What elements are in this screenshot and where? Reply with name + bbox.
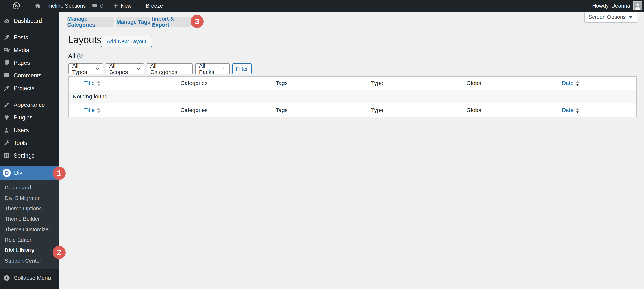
sidebar-item-label: Tools bbox=[14, 140, 27, 146]
sliders-icon bbox=[3, 152, 10, 159]
column-footer-tags: Tags bbox=[272, 107, 368, 113]
comment-bubble-icon bbox=[92, 3, 98, 9]
submenu-item-label: Theme Options bbox=[5, 205, 42, 212]
sidebar-item-appearance[interactable]: Appearance bbox=[0, 99, 60, 111]
column-footer-title[interactable]: Title bbox=[81, 107, 177, 113]
select-all-checkbox[interactable] bbox=[73, 80, 74, 86]
column-header-title[interactable]: Title bbox=[81, 80, 177, 86]
plus-icon bbox=[113, 3, 118, 9]
submenu-item-theme-customizer[interactable]: Theme Customizer bbox=[0, 224, 60, 235]
home-icon bbox=[35, 3, 41, 9]
admin-menu: Dashboard Posts bbox=[0, 12, 60, 283]
submenu-item-divi-library[interactable]: Divi Library bbox=[0, 245, 60, 255]
sidebar-item-media[interactable]: Media bbox=[0, 44, 60, 57]
submenu-item-label: Theme Builder bbox=[5, 216, 40, 222]
comments-icon bbox=[3, 72, 10, 79]
new-content-menu[interactable]: New bbox=[113, 0, 132, 12]
empty-state-row: Nothing found bbox=[68, 90, 636, 103]
breeze-label: Breeze bbox=[146, 3, 163, 9]
sidebar-item-settings[interactable]: Settings bbox=[0, 149, 60, 162]
sidebar-item-label: Pages bbox=[14, 60, 30, 66]
comments-count: 0 bbox=[100, 3, 103, 9]
scopes-dropdown[interactable]: All Scopes bbox=[106, 63, 144, 75]
submenu-item-label: Divi 5 Migrator bbox=[5, 195, 40, 201]
menu-separator bbox=[0, 27, 60, 31]
sidebar-item-posts[interactable]: Posts bbox=[0, 31, 60, 44]
sidebar-item-tools[interactable]: Tools bbox=[0, 137, 60, 149]
site-name-menu[interactable]: Timeline Sections bbox=[35, 0, 86, 12]
import-export-button[interactable]: Import & Export bbox=[152, 17, 191, 27]
column-header-global: Global bbox=[463, 80, 558, 86]
wordpress-admin-screen: W Timeline Sections 0 bbox=[0, 0, 644, 289]
submenu-item-theme-options[interactable]: Theme Options bbox=[0, 203, 60, 214]
collapse-menu-label: Collapse Menu bbox=[14, 275, 51, 281]
sidebar-item-users[interactable]: Users bbox=[0, 124, 60, 137]
admin-bar-right: Howdy, Deanna bbox=[592, 1, 644, 10]
paintbrush-icon bbox=[3, 102, 10, 108]
divi-logo-icon: D bbox=[2, 169, 11, 177]
column-footer-date[interactable]: Date bbox=[558, 107, 636, 113]
submenu-item-label: Role Editor bbox=[5, 237, 31, 243]
divi-submenu: Dashboard Divi 5 Migrator Theme Options … bbox=[0, 180, 60, 269]
submenu-item-divi-5-migrator[interactable]: Divi 5 Migrator bbox=[0, 193, 60, 203]
comments-menu[interactable]: 0 bbox=[92, 0, 103, 12]
manage-tags-button[interactable]: Manage Tags bbox=[116, 17, 151, 27]
plug-icon bbox=[3, 114, 10, 121]
person-icon bbox=[3, 127, 10, 134]
sidebar-item-projects[interactable]: Projects bbox=[0, 82, 60, 95]
empty-state-message: Nothing found bbox=[73, 93, 108, 100]
wp-logo-letter: W bbox=[14, 4, 19, 8]
select-all-checkbox[interactable] bbox=[73, 107, 74, 114]
categories-dropdown[interactable]: All Categories bbox=[146, 63, 192, 75]
screen-options-label: Screen Options bbox=[588, 14, 626, 20]
categories-dropdown-value: All Categories bbox=[150, 63, 182, 75]
chevron-down-icon bbox=[95, 67, 100, 71]
table-header-row: Title Categories Tags Type Global Date bbox=[68, 77, 636, 90]
submenu-item-dashboard[interactable]: Dashboard bbox=[0, 182, 60, 193]
sidebar-item-plugins[interactable]: Plugins bbox=[0, 111, 60, 124]
avatar[interactable] bbox=[633, 1, 642, 10]
submenu-item-label: Divi Library bbox=[5, 247, 34, 253]
sidebar-item-comments[interactable]: Comments bbox=[0, 69, 60, 82]
sidebar-item-label: Plugins bbox=[14, 114, 33, 121]
screen-options-tab[interactable]: Screen Options bbox=[584, 12, 637, 23]
layouts-table: Title Categories Tags Type Global Date N… bbox=[68, 76, 637, 117]
packs-dropdown[interactable]: All Packs bbox=[195, 63, 230, 75]
site-name-label: Timeline Sections bbox=[43, 3, 86, 9]
step-badge-2: 2 bbox=[52, 246, 66, 259]
column-header-date[interactable]: Date bbox=[558, 80, 636, 86]
sort-arrows-icon bbox=[97, 81, 100, 86]
sidebar-item-label: Appearance bbox=[14, 102, 45, 108]
breeze-menu[interactable]: Breeze bbox=[146, 0, 163, 12]
new-label: New bbox=[121, 3, 132, 9]
step-badge-1: 1 bbox=[52, 167, 66, 180]
filter-button[interactable]: Filter bbox=[232, 63, 252, 75]
column-header-type: Type bbox=[368, 80, 463, 86]
sidebar-item-dashboard[interactable]: Dashboard bbox=[0, 15, 60, 27]
types-dropdown[interactable]: All Types bbox=[68, 63, 103, 75]
view-all-label: All bbox=[68, 53, 75, 59]
submenu-item-role-editor[interactable]: Role Editor bbox=[0, 235, 60, 245]
sidebar-item-pages[interactable]: Pages bbox=[0, 57, 60, 69]
howdy-label[interactable]: Howdy, Deanna bbox=[592, 3, 630, 9]
dashboard-gauge-icon bbox=[3, 18, 10, 24]
manage-categories-button[interactable]: Manage Categories bbox=[67, 17, 114, 27]
submenu-item-label: Support Center bbox=[5, 258, 42, 264]
submenu-item-support-center[interactable]: Support Center bbox=[0, 255, 60, 266]
collapse-menu-button[interactable]: Collapse Menu bbox=[0, 273, 60, 283]
column-label: Title bbox=[84, 107, 95, 113]
wordpress-logo-menu[interactable]: W bbox=[13, 0, 20, 12]
submenu-item-theme-builder[interactable]: Theme Builder bbox=[0, 214, 60, 224]
menu-separator bbox=[0, 95, 60, 99]
chevron-down-icon bbox=[185, 67, 189, 71]
add-new-layout-button[interactable]: Add New Layout bbox=[101, 36, 152, 47]
sidebar-item-label: Divi bbox=[14, 169, 24, 176]
view-filter-all[interactable]: All(0) bbox=[68, 53, 84, 59]
sidebar-item-label: Users bbox=[14, 127, 29, 134]
sidebar-item-divi[interactable]: D Divi bbox=[0, 166, 60, 180]
pages-icon bbox=[3, 60, 10, 66]
column-header-categories: Categories bbox=[177, 80, 272, 86]
step-badge-3: 3 bbox=[190, 15, 204, 28]
view-all-count: (0) bbox=[77, 53, 84, 59]
types-dropdown-value: All Types bbox=[72, 63, 93, 75]
